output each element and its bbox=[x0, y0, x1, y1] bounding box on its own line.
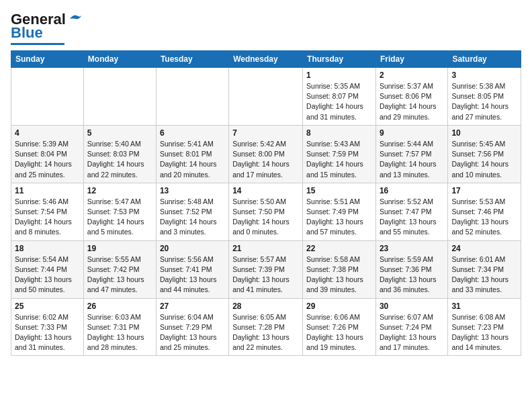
header-sunday: Sunday bbox=[11, 51, 84, 68]
calendar-cell: 16Sunrise: 5:52 AMSunset: 7:47 PMDayligh… bbox=[375, 183, 447, 240]
calendar-cell: 30Sunrise: 6:07 AMSunset: 7:24 PMDayligh… bbox=[375, 298, 447, 356]
day-info: Sunrise: 6:02 AMSunset: 7:33 PMDaylight:… bbox=[15, 312, 80, 353]
day-info: Sunrise: 6:06 AMSunset: 7:26 PMDaylight:… bbox=[306, 312, 372, 353]
day-number: 9 bbox=[380, 128, 444, 138]
day-number: 17 bbox=[451, 186, 517, 195]
calendar-cell: 26Sunrise: 6:03 AMSunset: 7:31 PMDayligh… bbox=[83, 298, 156, 356]
calendar-table: SundayMondayTuesdayWednesdayThursdayFrid… bbox=[11, 50, 521, 356]
calendar-cell: 11Sunrise: 5:46 AMSunset: 7:54 PMDayligh… bbox=[11, 183, 84, 240]
calendar-cell: 19Sunrise: 5:55 AMSunset: 7:42 PMDayligh… bbox=[83, 240, 156, 298]
logo-underline bbox=[11, 43, 64, 45]
day-number: 26 bbox=[87, 302, 152, 311]
calendar-cell: 24Sunrise: 6:01 AMSunset: 7:34 PMDayligh… bbox=[448, 240, 521, 298]
header-friday: Friday bbox=[375, 51, 447, 68]
day-number: 8 bbox=[306, 128, 372, 138]
calendar-cell: 9Sunrise: 5:44 AMSunset: 7:57 PMDaylight… bbox=[375, 125, 447, 183]
day-number: 10 bbox=[451, 128, 517, 138]
calendar-cell: 8Sunrise: 5:43 AMSunset: 7:59 PMDaylight… bbox=[303, 125, 376, 183]
day-info: Sunrise: 5:54 AMSunset: 7:44 PMDaylight:… bbox=[15, 255, 80, 295]
calendar-cell bbox=[11, 68, 84, 126]
logo-blue: Blue bbox=[11, 24, 43, 42]
calendar-cell: 18Sunrise: 5:54 AMSunset: 7:44 PMDayligh… bbox=[11, 240, 84, 298]
calendar-cell: 12Sunrise: 5:47 AMSunset: 7:53 PMDayligh… bbox=[83, 183, 156, 240]
calendar-week-row: 11Sunrise: 5:46 AMSunset: 7:54 PMDayligh… bbox=[11, 183, 521, 240]
calendar-header-row: SundayMondayTuesdayWednesdayThursdayFrid… bbox=[11, 51, 521, 68]
header-thursday: Thursday bbox=[303, 51, 376, 68]
day-info: Sunrise: 6:03 AMSunset: 7:31 PMDaylight:… bbox=[87, 312, 152, 353]
day-number: 1 bbox=[306, 71, 372, 80]
day-info: Sunrise: 6:07 AMSunset: 7:24 PMDaylight:… bbox=[380, 312, 444, 353]
day-info: Sunrise: 5:40 AMSunset: 8:03 PMDaylight:… bbox=[87, 139, 152, 180]
day-number: 3 bbox=[451, 71, 517, 80]
calendar-cell: 2Sunrise: 5:37 AMSunset: 8:06 PMDaylight… bbox=[375, 68, 447, 126]
calendar-cell: 5Sunrise: 5:40 AMSunset: 8:03 PMDaylight… bbox=[83, 125, 156, 183]
day-info: Sunrise: 5:55 AMSunset: 7:42 PMDaylight:… bbox=[87, 255, 152, 295]
header-tuesday: Tuesday bbox=[156, 51, 228, 68]
day-number: 25 bbox=[15, 302, 80, 311]
day-number: 13 bbox=[160, 186, 225, 195]
day-info: Sunrise: 6:08 AMSunset: 7:23 PMDaylight:… bbox=[451, 312, 517, 353]
day-info: Sunrise: 5:53 AMSunset: 7:46 PMDaylight:… bbox=[451, 197, 517, 238]
day-info: Sunrise: 5:44 AMSunset: 7:57 PMDaylight:… bbox=[380, 139, 444, 180]
day-number: 2 bbox=[380, 71, 444, 80]
page-header: General Blue bbox=[11, 11, 521, 45]
calendar-cell: 22Sunrise: 5:58 AMSunset: 7:38 PMDayligh… bbox=[303, 240, 376, 298]
calendar-cell: 17Sunrise: 5:53 AMSunset: 7:46 PMDayligh… bbox=[448, 183, 521, 240]
day-info: Sunrise: 5:51 AMSunset: 7:49 PMDaylight:… bbox=[306, 197, 372, 238]
day-info: Sunrise: 5:46 AMSunset: 7:54 PMDaylight:… bbox=[15, 197, 80, 238]
calendar-week-row: 4Sunrise: 5:39 AMSunset: 8:04 PMDaylight… bbox=[11, 125, 521, 183]
calendar-cell: 31Sunrise: 6:08 AMSunset: 7:23 PMDayligh… bbox=[448, 298, 521, 356]
calendar-cell: 13Sunrise: 5:48 AMSunset: 7:52 PMDayligh… bbox=[156, 183, 228, 240]
day-info: Sunrise: 5:39 AMSunset: 8:04 PMDaylight:… bbox=[15, 139, 80, 180]
header-monday: Monday bbox=[83, 51, 156, 68]
calendar-week-row: 25Sunrise: 6:02 AMSunset: 7:33 PMDayligh… bbox=[11, 298, 521, 356]
calendar-cell: 28Sunrise: 6:05 AMSunset: 7:28 PMDayligh… bbox=[229, 298, 303, 356]
day-number: 12 bbox=[87, 186, 152, 195]
calendar-cell: 7Sunrise: 5:42 AMSunset: 8:00 PMDaylight… bbox=[229, 125, 303, 183]
calendar-cell: 14Sunrise: 5:50 AMSunset: 7:50 PMDayligh… bbox=[229, 183, 303, 240]
calendar-cell: 21Sunrise: 5:57 AMSunset: 7:39 PMDayligh… bbox=[229, 240, 303, 298]
calendar-cell: 3Sunrise: 5:38 AMSunset: 8:05 PMDaylight… bbox=[448, 68, 521, 126]
header-wednesday: Wednesday bbox=[229, 51, 303, 68]
day-number: 11 bbox=[15, 186, 80, 195]
calendar-cell bbox=[156, 68, 228, 126]
logo-bird-icon bbox=[69, 12, 83, 24]
logo: General Blue bbox=[11, 11, 83, 45]
calendar-cell: 20Sunrise: 5:56 AMSunset: 7:41 PMDayligh… bbox=[156, 240, 228, 298]
calendar-cell: 23Sunrise: 5:59 AMSunset: 7:36 PMDayligh… bbox=[375, 240, 447, 298]
day-info: Sunrise: 6:04 AMSunset: 7:29 PMDaylight:… bbox=[160, 312, 225, 353]
calendar-cell: 1Sunrise: 5:35 AMSunset: 8:07 PMDaylight… bbox=[303, 68, 376, 126]
day-number: 29 bbox=[306, 302, 372, 311]
day-number: 4 bbox=[15, 128, 80, 138]
day-info: Sunrise: 5:41 AMSunset: 8:01 PMDaylight:… bbox=[160, 139, 225, 180]
day-number: 27 bbox=[160, 302, 225, 311]
day-info: Sunrise: 5:59 AMSunset: 7:36 PMDaylight:… bbox=[380, 255, 444, 295]
day-info: Sunrise: 5:56 AMSunset: 7:41 PMDaylight:… bbox=[160, 255, 225, 295]
day-number: 30 bbox=[380, 302, 444, 311]
day-number: 19 bbox=[87, 244, 152, 253]
day-number: 20 bbox=[160, 244, 225, 253]
day-number: 24 bbox=[451, 244, 517, 253]
day-info: Sunrise: 5:35 AMSunset: 8:07 PMDaylight:… bbox=[306, 81, 372, 122]
calendar-cell: 6Sunrise: 5:41 AMSunset: 8:01 PMDaylight… bbox=[156, 125, 228, 183]
day-info: Sunrise: 5:37 AMSunset: 8:06 PMDaylight:… bbox=[380, 81, 444, 122]
day-number: 21 bbox=[232, 244, 299, 253]
calendar-cell bbox=[83, 68, 156, 126]
day-number: 14 bbox=[232, 186, 299, 195]
calendar-cell: 27Sunrise: 6:04 AMSunset: 7:29 PMDayligh… bbox=[156, 298, 228, 356]
day-number: 15 bbox=[306, 186, 372, 195]
day-info: Sunrise: 5:45 AMSunset: 7:56 PMDaylight:… bbox=[451, 139, 517, 180]
day-info: Sunrise: 5:43 AMSunset: 7:59 PMDaylight:… bbox=[306, 139, 372, 180]
day-number: 28 bbox=[232, 302, 299, 311]
day-info: Sunrise: 5:42 AMSunset: 8:00 PMDaylight:… bbox=[232, 139, 299, 180]
day-number: 16 bbox=[380, 186, 444, 195]
day-info: Sunrise: 5:47 AMSunset: 7:53 PMDaylight:… bbox=[87, 197, 152, 238]
calendar-cell: 25Sunrise: 6:02 AMSunset: 7:33 PMDayligh… bbox=[11, 298, 84, 356]
day-number: 6 bbox=[160, 128, 225, 138]
day-info: Sunrise: 5:48 AMSunset: 7:52 PMDaylight:… bbox=[160, 197, 225, 238]
header-saturday: Saturday bbox=[448, 51, 521, 68]
day-info: Sunrise: 6:05 AMSunset: 7:28 PMDaylight:… bbox=[232, 312, 299, 353]
calendar-week-row: 18Sunrise: 5:54 AMSunset: 7:44 PMDayligh… bbox=[11, 240, 521, 298]
day-info: Sunrise: 5:52 AMSunset: 7:47 PMDaylight:… bbox=[380, 197, 444, 238]
calendar-cell bbox=[229, 68, 303, 126]
